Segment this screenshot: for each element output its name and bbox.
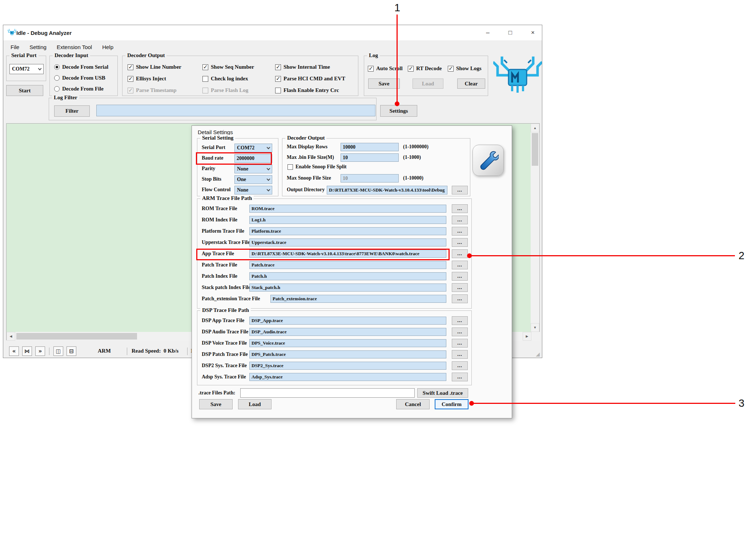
radio-icon xyxy=(54,64,60,70)
dsp-patch-trace-file-browse-button[interactable]: ... xyxy=(452,350,468,359)
checkbox-flash-enable-entry-crc[interactable]: Flash Enable Entry Crc xyxy=(275,87,339,93)
adsp-sys-trace-file-browse-button[interactable]: ... xyxy=(452,373,468,381)
checkbox-show-line-number[interactable]: Show Line Number xyxy=(128,64,181,70)
checkbox-enable-snoop-file-split[interactable]: Enable Snoop File Split xyxy=(287,164,346,170)
upperstack-trace-file-input[interactable]: Upperstack.trace xyxy=(249,238,446,246)
field-label: Patch Index File xyxy=(202,273,237,279)
vertical-scroll-thumb[interactable] xyxy=(532,133,538,166)
dsp2-sys-trace-file-input[interactable]: DSP2_Sys.trace xyxy=(249,362,446,370)
scroll-right-icon[interactable]: ▶ xyxy=(523,332,531,341)
parity-select[interactable]: None xyxy=(234,165,272,173)
split-horizontal-icon[interactable]: ⊟ xyxy=(67,346,76,356)
menu-help[interactable]: Help xyxy=(102,44,113,50)
patch-trace-file-input[interactable]: Patch.trace xyxy=(249,261,446,269)
split-vertical-icon[interactable]: ◫ xyxy=(53,346,63,356)
log-save-button[interactable]: Save xyxy=(368,79,400,89)
resize-grip-icon[interactable]: ◢ xyxy=(536,351,540,357)
field-label: ROM Index File xyxy=(202,217,237,223)
serial-port-select[interactable]: COM72 xyxy=(9,64,44,74)
rom-trace-file-browse-button[interactable]: ... xyxy=(452,204,468,213)
stop-bits-select[interactable]: One xyxy=(234,175,272,184)
output-directory-input[interactable]: D:\RTL87X3E-MCU-SDK-Watch-v3.10.4.133\to… xyxy=(327,186,447,194)
radio-decode-from-serial[interactable]: Decode From Serial xyxy=(54,64,108,70)
merge-view-icon[interactable]: ⋈ xyxy=(22,346,32,356)
dsp-app-trace-file-input[interactable]: DSP_App.trace xyxy=(249,317,446,325)
dsp-audio-trace-file-input[interactable]: DSP_Audio.trace xyxy=(249,328,446,336)
platform-trace-file-browse-button[interactable]: ... xyxy=(452,227,468,236)
go-first-icon[interactable]: « xyxy=(9,346,19,356)
horizontal-scroll-thumb[interactable] xyxy=(16,333,137,340)
output-directory-browse-button[interactable]: ... xyxy=(452,186,468,194)
checkbox-label: Show Seq Number xyxy=(211,64,254,70)
radio-decode-from-usb[interactable]: Decode From USB xyxy=(54,75,105,81)
max-bin-file-size-input[interactable]: 10 xyxy=(341,153,399,162)
patch-index-file-browse-button[interactable]: ... xyxy=(452,272,468,281)
checkbox-icon xyxy=(368,66,374,72)
checkbox-label: Ellisys Inject xyxy=(136,76,166,82)
dsp-audio-trace-file-browse-button[interactable]: ... xyxy=(452,328,468,336)
swift-load-trace-button[interactable]: Swift Load .trace xyxy=(417,388,468,398)
patch-extension-trace-file-browse-button[interactable]: ... xyxy=(452,294,468,303)
callout-line-1 xyxy=(397,15,398,104)
stack-patch-index-file-browse-button[interactable]: ... xyxy=(452,283,468,292)
platform-trace-file-input[interactable]: Platform.trace xyxy=(249,227,446,235)
dsp2-sys-trace-file-browse-button[interactable]: ... xyxy=(452,361,468,370)
filter-button[interactable]: Filter xyxy=(54,105,90,117)
serial-port-group: Serial Port COM72 xyxy=(6,56,46,81)
status-separator xyxy=(187,348,188,355)
menu-setting[interactable]: Setting xyxy=(29,44,47,50)
checkbox-show-seq-number[interactable]: Show Seq Number xyxy=(202,64,254,70)
dialog-serial-port-select[interactable]: COM72 xyxy=(234,144,272,152)
detail-settings-dialog: Detail Settings Serial Setting Serial Po… xyxy=(192,125,512,418)
start-button[interactable]: Start xyxy=(6,85,43,96)
flow-control-select[interactable]: None xyxy=(234,186,272,194)
checkbox-parse-hci-cmd-evt[interactable]: Parse HCI CMD and EVT xyxy=(275,76,345,82)
filter-input[interactable] xyxy=(96,105,375,116)
decoder-output-group-label: Decoder Output xyxy=(125,52,166,59)
checkbox-icon xyxy=(202,76,208,82)
combo-value: None xyxy=(237,187,248,193)
max-display-rows-input[interactable]: 10000 xyxy=(341,143,399,151)
stack-patch-index-file-input[interactable]: Stack_patch.h xyxy=(249,284,446,292)
log-clear-button[interactable]: Clear xyxy=(457,79,485,89)
rom-index-file-input[interactable]: Log1.h xyxy=(249,216,446,224)
close-button[interactable]: × xyxy=(529,29,537,36)
checkbox-show-logs[interactable]: Show Logs xyxy=(448,65,482,72)
confirm-button[interactable]: Confirm xyxy=(435,399,469,409)
dsp-voice-trace-file-browse-button[interactable]: ... xyxy=(452,339,468,348)
patch-index-file-input[interactable]: Patch.h xyxy=(249,272,446,280)
menu-extension-tool[interactable]: Extension Tool xyxy=(57,44,92,50)
checkbox-label: RT Decode xyxy=(416,65,442,72)
patch-trace-file-browse-button[interactable]: ... xyxy=(452,261,468,269)
trace-files-path-input[interactable] xyxy=(240,388,415,398)
wrench-icon xyxy=(472,145,504,176)
settings-button[interactable]: Settings xyxy=(380,105,417,117)
dialog-load-button[interactable]: Load xyxy=(238,399,272,409)
field-label: DSP Voice Trace File xyxy=(202,340,247,346)
dsp-app-trace-file-browse-button[interactable]: ... xyxy=(452,316,468,325)
rom-index-file-browse-button[interactable]: ... xyxy=(452,216,468,224)
scroll-down-icon[interactable]: ▼ xyxy=(531,323,539,332)
radio-decode-from-file[interactable]: Decode From File xyxy=(54,86,104,92)
chevron-down-icon xyxy=(267,188,270,191)
checkbox-show-internal-time[interactable]: Show Internal Time xyxy=(275,64,330,70)
maximize-button[interactable]: □ xyxy=(506,29,514,36)
dsp-voice-trace-file-input[interactable]: DPS_Voice.trace xyxy=(249,339,446,347)
adsp-sys-trace-file-input[interactable]: Adsp_Sys.trace xyxy=(249,373,446,381)
minimize-button[interactable]: – xyxy=(484,29,492,36)
dialog-save-button[interactable]: Save xyxy=(199,399,233,409)
go-last-icon[interactable]: » xyxy=(35,346,45,356)
patch-extension-trace-file-input[interactable]: Patch_extension.trace xyxy=(270,295,446,303)
cancel-button[interactable]: Cancel xyxy=(396,399,430,409)
app-trace-file-browse-button[interactable]: ... xyxy=(452,249,468,258)
dsp-patch-trace-file-input[interactable]: DPS_Patch.trace xyxy=(249,350,446,358)
menu-file[interactable]: File xyxy=(11,44,19,50)
scroll-up-icon[interactable]: ▲ xyxy=(531,124,539,132)
scroll-left-icon[interactable]: ◀ xyxy=(7,332,15,341)
checkbox-ellisys-inject[interactable]: Ellisys Inject xyxy=(128,76,166,82)
callout-number-2: 2 xyxy=(739,250,744,262)
checkbox-check-log-index[interactable]: Check log index xyxy=(202,76,248,82)
upperstack-trace-file-browse-button[interactable]: ... xyxy=(452,238,468,247)
checkbox-rt-decode[interactable]: RT Decode xyxy=(408,65,442,72)
rom-trace-file-input[interactable]: ROM.trace xyxy=(249,205,446,213)
